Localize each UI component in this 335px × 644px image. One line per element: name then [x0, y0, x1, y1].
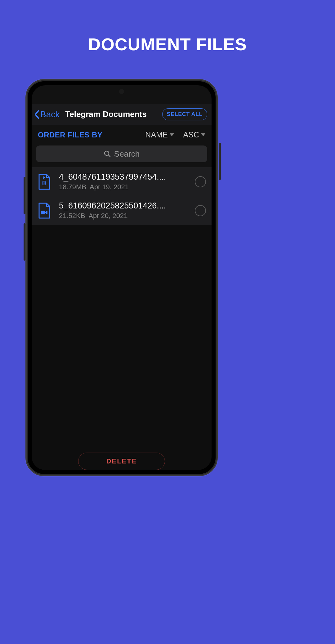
file-text: 4_6048761193537997454.... 18.79MB Apr 19…: [59, 172, 187, 191]
search-wrapper: Search: [32, 145, 212, 167]
page-title: DOCUMENT FILES: [0, 0, 335, 54]
chevron-down-icon: [170, 133, 174, 136]
svg-rect-8: [41, 211, 45, 214]
delete-button[interactable]: DELETE: [78, 453, 165, 470]
list-item[interactable]: 4_6048761193537997454.... 18.79MB Apr 19…: [32, 167, 212, 196]
selection-checkbox[interactable]: [195, 176, 206, 187]
search-placeholder: Search: [114, 149, 140, 159]
sort-field-value: NAME: [145, 130, 168, 139]
phone-frame: Back Telegram Documents SELECT ALL ORDER…: [25, 79, 218, 476]
search-icon: [104, 150, 111, 158]
file-name: 4_6048761193537997454....: [59, 172, 187, 182]
content-background: [32, 225, 212, 448]
phone-side-button: [219, 143, 221, 180]
selection-checkbox[interactable]: [195, 205, 206, 216]
sort-direction-dropdown[interactable]: ASC: [183, 130, 205, 139]
video-file-icon: [37, 203, 51, 219]
header-title: Telegram Documents: [65, 110, 162, 119]
phone-camera: [119, 89, 124, 94]
select-all-button[interactable]: SELECT ALL: [162, 108, 207, 120]
sort-field-dropdown[interactable]: NAME: [145, 130, 174, 139]
list-item[interactable]: 5_6160962025825501426.... 21.52KB Apr 20…: [32, 196, 212, 225]
zip-file-icon: [37, 174, 51, 190]
back-label: Back: [40, 110, 60, 119]
app-header: Back Telegram Documents SELECT ALL: [32, 104, 212, 125]
order-by-label: ORDER FILES BY: [38, 131, 136, 139]
svg-point-7: [43, 182, 45, 184]
sort-direction-value: ASC: [183, 130, 199, 139]
file-list: 4_6048761193537997454.... 18.79MB Apr 19…: [32, 167, 212, 225]
back-button[interactable]: Back: [34, 110, 60, 119]
sort-bar: ORDER FILES BY NAME ASC: [32, 125, 212, 145]
file-text: 5_6160962025825501426.... 21.52KB Apr 20…: [59, 201, 187, 220]
chevron-down-icon: [201, 133, 205, 136]
file-meta: 18.79MB Apr 19, 2021: [59, 183, 187, 191]
file-name: 5_6160962025825501426....: [59, 201, 187, 211]
status-bar-spacer: [32, 85, 212, 104]
svg-line-1: [108, 155, 110, 157]
search-input[interactable]: Search: [36, 145, 207, 162]
chevron-left-icon: [34, 110, 40, 119]
file-meta: 21.52KB Apr 20, 2021: [59, 212, 187, 220]
bottom-action-bar: DELETE: [32, 448, 212, 470]
app-screen: Back Telegram Documents SELECT ALL ORDER…: [32, 85, 212, 470]
